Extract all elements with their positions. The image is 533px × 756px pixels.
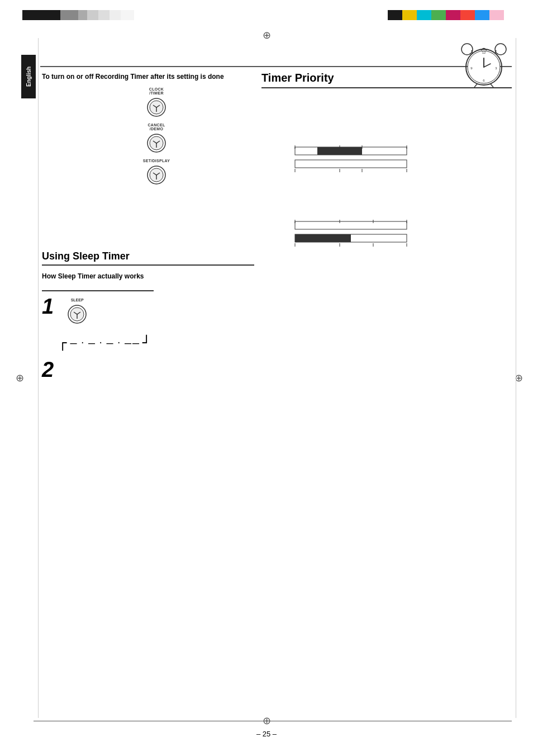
button-group: CLOCK/TIMER CANCEL/DEMO SET/DISPLAY [75,87,237,187]
sleep-button-item: SLEEP [65,298,89,327]
sleep-button-icon [65,302,89,327]
display-dash1: — [70,336,78,349]
sidebar-label: English [21,55,36,98]
set-display-label: SET/DISPLAY [143,159,170,163]
svg-point-1 [495,44,506,55]
reg-mark-left: ⊕ [16,372,24,384]
bar-seg [98,10,110,20]
step-2-number: 2 [42,359,254,380]
display-dot1: · [80,338,86,347]
bar-seg-pink [489,10,504,20]
display-bracket-left: ┌ [59,335,68,351]
timer-priority-section: Timer Priority [261,72,512,259]
bar-seg-red [460,10,475,20]
bar-seg [36,10,49,20]
timeline-svg-1 [261,144,451,183]
display-dot2: · [98,338,104,347]
display-dash2: — [88,336,96,349]
step-underline [42,290,154,291]
set-display-button-item: SET/DISPLAY [143,159,170,187]
display-dot3: · [116,338,122,347]
svg-rect-34 [295,221,407,229]
bar-seg [49,10,60,20]
svg-text:12: 12 [482,51,486,54]
instruction-text: To turn on or off Recording Timer after … [42,72,237,82]
page-number: – 25 – [256,730,277,738]
sleep-button-label: SLEEP [71,298,84,302]
top-bar-left [22,10,145,20]
bar-seg [60,10,69,20]
bar-seg-magenta [446,10,460,20]
step-1-number: 1 [42,296,54,317]
step-1-row: 1 SLEEP [42,296,254,327]
display-diagram: ┌ — · — · — · —— ┘ [59,335,254,351]
svg-rect-40 [295,234,351,242]
display-dash3: — [106,336,114,349]
timeline-diagram-1 [261,144,512,185]
left-margin-line [38,38,39,718]
bar-seg-black [388,10,402,20]
bar-seg [121,10,134,20]
bottom-divider [34,721,512,721]
bar-seg [22,10,36,20]
cancel-demo-button-item: CANCEL/DEMO [144,123,169,155]
how-sleep-works-text: How Sleep Timer actually works [42,272,254,280]
section-divider [40,66,512,67]
timeline-svg-2 [261,219,451,258]
display-bracket-right: ┘ [142,335,151,351]
display-dash4: —— [125,336,140,349]
clock-timer-icon [144,95,169,120]
cancel-demo-label: CANCEL/DEMO [148,123,165,131]
right-margin-line [516,38,516,718]
timeline-diagram-2 [261,219,512,259]
bar-seg-blue [475,10,489,20]
sleep-timer-section: Using Sleep Timer How Sleep Timer actual… [42,251,254,380]
timer-priority-title: Timer Priority [261,72,512,88]
bar-seg-yellow [402,10,417,20]
bar-seg [110,10,121,20]
svg-rect-29 [295,160,407,168]
bar-seg [78,10,87,20]
cancel-demo-icon [144,131,169,155]
bar-seg [69,10,78,20]
bar-seg-green [431,10,446,20]
reg-mark-top: ⊕ [263,29,271,41]
top-bar-right [388,10,511,20]
svg-point-0 [461,44,473,55]
bar-seg-cyan [417,10,431,20]
left-instruction-area: To turn on or off Recording Timer after … [42,72,237,187]
set-display-icon [144,163,169,187]
clock-timer-label: CLOCK/TIMER [149,87,164,95]
bar-seg [87,10,98,20]
sleep-timer-title: Using Sleep Timer [42,251,254,266]
clock-timer-button-item: CLOCK/TIMER [144,87,169,120]
